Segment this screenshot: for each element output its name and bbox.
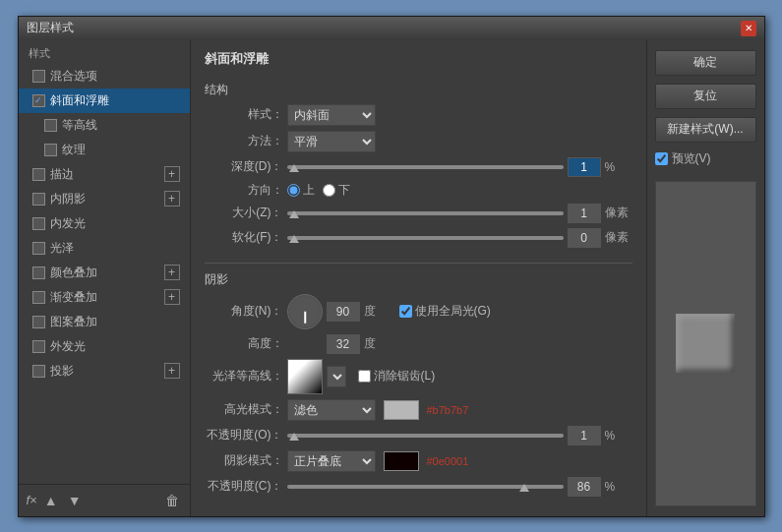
blend-label: 混合选项 xyxy=(50,68,97,85)
direction-down-radio[interactable] xyxy=(323,184,335,197)
sidebar-item-contour[interactable]: 等高线 xyxy=(19,113,190,138)
move-up-button[interactable]: ▲ xyxy=(41,491,61,510)
sidebar-item-inner-glow[interactable]: 内发光 xyxy=(19,211,190,236)
soften-slider[interactable] xyxy=(287,236,564,240)
main-panel: 斜面和浮雕 结构 样式： 内斜面 外斜面 浮雕效果 枕状浮雕 描边浮雕 xyxy=(191,40,646,516)
drop-shadow-add-button[interactable]: + xyxy=(164,363,180,379)
sidebar-item-drop-shadow[interactable]: 投影 + xyxy=(19,359,190,384)
satin-checkbox[interactable] xyxy=(32,242,45,255)
direction-up-label[interactable]: 上 xyxy=(287,182,315,199)
sidebar-item-texture[interactable]: 纹理 xyxy=(19,138,190,162)
contour-checkbox[interactable] xyxy=(44,119,57,132)
angle-dial[interactable] xyxy=(287,294,323,329)
texture-checkbox[interactable] xyxy=(44,144,57,156)
stroke-add-button[interactable]: + xyxy=(164,166,180,182)
depth-slider[interactable] xyxy=(287,165,564,169)
inner-glow-checkbox[interactable] xyxy=(32,217,45,230)
gloss-row: 光泽等高线： ▼ 消除锯齿(L) xyxy=(205,359,632,394)
highlight-opacity-label: 不透明度(O)： xyxy=(205,427,283,443)
gloss-contour-preview[interactable] xyxy=(287,359,323,394)
move-down-button[interactable]: ▼ xyxy=(65,491,85,510)
gradient-overlay-add-button[interactable]: + xyxy=(164,289,180,305)
highlight-opacity-unit: % xyxy=(605,429,632,443)
size-input[interactable] xyxy=(568,204,601,223)
sidebar-item-color-overlay[interactable]: 颜色叠加 + xyxy=(19,261,190,285)
shadow-color-label: #0e0001 xyxy=(427,455,469,467)
highlight-opacity-input[interactable] xyxy=(568,426,601,445)
highlight-mode-select[interactable]: 滤色 正常 xyxy=(287,399,376,421)
depth-thumb xyxy=(289,164,299,172)
soften-input[interactable] xyxy=(568,228,601,248)
altitude-row: 高度： 度 xyxy=(205,334,632,354)
stroke-checkbox[interactable] xyxy=(32,168,45,181)
new-style-button[interactable]: 新建样式(W)... xyxy=(655,117,756,143)
shadow-opacity-slider[interactable] xyxy=(287,485,564,489)
inner-shadow-add-button[interactable]: + xyxy=(164,191,180,207)
sidebar-item-inner-shadow[interactable]: 内阴影 + xyxy=(19,187,190,211)
gradient-overlay-label: 渐变叠加 xyxy=(50,289,97,306)
size-slider[interactable] xyxy=(287,211,564,215)
sidebar-item-pattern-overlay[interactable]: 图案叠加 xyxy=(19,310,190,334)
altitude-input[interactable] xyxy=(327,334,360,354)
pattern-overlay-checkbox[interactable] xyxy=(32,316,45,328)
anti-alias-label[interactable]: 消除锯齿(L) xyxy=(358,368,436,384)
method-select[interactable]: 平滑 雕刻清晰 雕刻柔和 xyxy=(287,131,376,152)
shadow-mode-row: 阴影模式： 正片叠底 正常 #0e0001 xyxy=(205,450,632,472)
shadow-opacity-input[interactable] xyxy=(568,477,601,497)
gloss-contour-select[interactable]: ▼ xyxy=(327,366,346,387)
blend-checkbox[interactable] xyxy=(32,70,45,83)
inner-shadow-checkbox[interactable] xyxy=(32,193,45,206)
left-panel: 样式 混合选项 斜面和浮雕 等高线 纹理 xyxy=(19,40,191,516)
direction-up-text: 上 xyxy=(303,182,315,199)
fx-label: f× xyxy=(27,493,37,507)
highlight-color-swatch[interactable] xyxy=(384,400,419,420)
outer-glow-checkbox[interactable] xyxy=(32,340,45,353)
sidebar-item-bevel[interactable]: 斜面和浮雕 xyxy=(19,89,190,113)
delete-button[interactable]: 🗑 xyxy=(162,491,182,510)
layer-style-dialog: 图层样式 ✕ 样式 混合选项 斜面和浮雕 等高线 xyxy=(18,16,765,517)
preview-checkbox[interactable] xyxy=(655,152,668,165)
left-section-title: 样式 xyxy=(19,40,190,64)
close-button[interactable]: ✕ xyxy=(741,21,756,36)
highlight-opacity-thumb xyxy=(289,433,299,441)
direction-down-label[interactable]: 下 xyxy=(323,182,350,199)
sidebar-item-satin[interactable]: 光泽 xyxy=(19,236,190,261)
depth-label: 深度(D)： xyxy=(205,158,283,175)
bevel-checkbox[interactable] xyxy=(32,94,45,107)
color-overlay-checkbox[interactable] xyxy=(32,266,45,279)
style-select[interactable]: 内斜面 外斜面 浮雕效果 枕状浮雕 描边浮雕 xyxy=(287,104,376,126)
ok-button[interactable]: 确定 xyxy=(655,50,756,76)
gradient-overlay-checkbox[interactable] xyxy=(32,291,45,304)
drop-shadow-checkbox[interactable] xyxy=(32,365,45,378)
size-row: 大小(Z)： 像素 xyxy=(205,204,632,223)
method-row: 方法： 平滑 雕刻清晰 雕刻柔和 xyxy=(205,131,632,152)
highlight-opacity-slider[interactable] xyxy=(287,434,564,438)
method-label: 方法： xyxy=(205,133,283,149)
direction-up-radio[interactable] xyxy=(287,184,300,197)
structure-title: 结构 xyxy=(205,82,632,98)
depth-input[interactable] xyxy=(568,157,601,177)
title-bar: 图层样式 ✕ xyxy=(19,17,764,40)
direction-row: 方向： 上 下 xyxy=(205,182,632,199)
sidebar-item-stroke[interactable]: 描边 + xyxy=(19,162,190,187)
anti-alias-checkbox[interactable] xyxy=(358,370,371,383)
sidebar-item-gradient-overlay[interactable]: 渐变叠加 + xyxy=(19,285,190,310)
color-overlay-add-button[interactable]: + xyxy=(164,265,180,280)
global-light-label[interactable]: 使用全局光(G) xyxy=(399,303,491,320)
texture-label: 纹理 xyxy=(62,142,86,158)
sidebar-item-outer-glow[interactable]: 外发光 xyxy=(19,334,190,359)
pattern-overlay-label: 图案叠加 xyxy=(50,314,97,330)
section-title: 斜面和浮雕 xyxy=(205,50,632,72)
direction-label: 方向： xyxy=(205,182,283,199)
global-light-checkbox[interactable] xyxy=(399,305,412,318)
angle-input[interactable] xyxy=(327,302,360,322)
altitude-unit: 度 xyxy=(364,335,391,352)
shadow-mode-select[interactable]: 正片叠底 正常 xyxy=(287,450,376,472)
sidebar-item-blend[interactable]: 混合选项 xyxy=(19,64,190,89)
cancel-button[interactable]: 复位 xyxy=(655,84,756,109)
satin-label: 光泽 xyxy=(50,240,74,257)
direction-radio-group: 上 下 xyxy=(287,182,350,199)
shadow-color-swatch[interactable] xyxy=(384,451,419,471)
angle-row: 角度(N)： 度 使用全局光(G) xyxy=(205,294,632,329)
drop-shadow-label: 投影 xyxy=(50,363,74,380)
